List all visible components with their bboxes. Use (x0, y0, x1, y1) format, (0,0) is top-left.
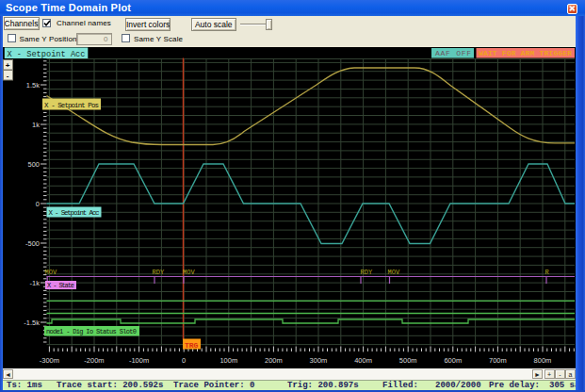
svg-text:700m: 700m (489, 356, 507, 365)
svg-text:300m: 300m (310, 356, 328, 365)
svg-text:TRG: TRG (185, 340, 199, 349)
svg-text:+: + (6, 61, 10, 70)
svg-text:500: 500 (27, 159, 40, 168)
svg-text:MOV: MOV (183, 268, 195, 275)
svg-text:X - Setpoint Acc: X - Setpoint Acc (8, 49, 86, 58)
svg-text:MOV: MOV (45, 268, 57, 275)
svg-text:WAIT FOR ARM TRIGGER: WAIT FOR ARM TRIGGER (479, 49, 572, 57)
svg-text:100m: 100m (219, 356, 237, 365)
svg-text:-: - (7, 71, 9, 79)
svg-text:1k: 1k (32, 120, 40, 128)
svg-text:600m: 600m (444, 356, 462, 365)
svg-text:0: 0 (182, 356, 186, 365)
svg-text:-200m: -200m (84, 356, 104, 365)
svg-text:-1k: -1k (30, 278, 41, 286)
svg-text:X - Setpoint Pos: X - Setpoint Pos (44, 102, 99, 109)
svg-text:200m: 200m (265, 356, 283, 365)
svg-text:RDY: RDY (153, 268, 165, 275)
svg-text:0: 0 (36, 199, 40, 207)
svg-text:500m: 500m (399, 356, 417, 365)
svg-text:RDY: RDY (361, 268, 373, 275)
svg-text:X - State: X - State (47, 281, 74, 288)
svg-text:400m: 400m (354, 356, 372, 365)
svg-text:MOV: MOV (388, 268, 400, 275)
svg-text:-100m: -100m (129, 356, 149, 365)
svg-text:AAF OFF: AAF OFF (435, 49, 471, 57)
svg-text:800m: 800m (534, 356, 552, 365)
svg-text:-1.5k: -1.5k (24, 318, 40, 326)
svg-text:-300m: -300m (40, 356, 59, 365)
svg-text:node1 - Dig Io Status Slot0: node1 - Dig Io Status Slot0 (46, 328, 137, 335)
svg-text:-500: -500 (25, 238, 40, 247)
svg-text:1.5k: 1.5k (26, 80, 40, 89)
svg-text:X - Setpoint Acc: X - Setpoint Acc (49, 209, 100, 217)
